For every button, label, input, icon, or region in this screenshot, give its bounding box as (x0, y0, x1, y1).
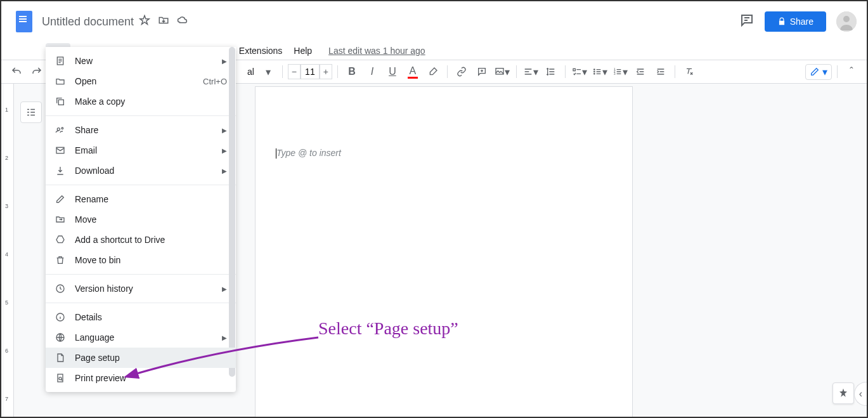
font-size-control: − + (288, 64, 332, 79)
increase-indent-button[interactable] (652, 63, 670, 81)
page-content[interactable]: Type @ to insert (256, 87, 632, 179)
svg-rect-11 (58, 100, 63, 105)
title-area: Untitled document (42, 15, 188, 29)
menu-item-language[interactable]: Language ▶ (46, 327, 236, 348)
add-comment-button[interactable] (473, 63, 491, 81)
move-to-folder-icon[interactable] (158, 15, 169, 29)
align-button[interactable]: ▾ (522, 63, 540, 81)
lock-icon (777, 17, 786, 26)
bold-button[interactable]: B (343, 63, 361, 81)
undo-button[interactable] (8, 63, 25, 81)
menu-item-share[interactable]: Share ▶ (46, 120, 236, 140)
submenu-arrow-icon: ▶ (222, 167, 227, 174)
menu-item-new[interactable]: New ▶ (46, 51, 236, 71)
folder-open-icon (55, 75, 66, 87)
menu-item-rename[interactable]: Rename (46, 189, 236, 209)
svg-point-5 (594, 71, 595, 72)
checklist-button[interactable]: ▾ (571, 63, 588, 81)
text-color-button[interactable]: A (404, 63, 422, 81)
submenu-arrow-icon: ▶ (222, 285, 227, 292)
file-menu-dropdown: New ▶ Open Ctrl+O Make a copy Share ▶ Em… (46, 47, 236, 392)
bulleted-list-button[interactable]: ▾ (591, 63, 609, 81)
menu-item-page-setup[interactable]: Page setup (46, 348, 236, 368)
menu-item-move-to-bin[interactable]: Move to bin (46, 250, 236, 270)
underline-button[interactable]: U (384, 63, 401, 81)
copy-icon (55, 96, 66, 107)
last-edit-link[interactable]: Last edit was 1 hour ago (328, 46, 425, 56)
explore-button[interactable] (832, 382, 854, 404)
share-label: Share (790, 16, 813, 27)
menu-item-print-preview[interactable]: Print preview (46, 368, 236, 388)
menu-item-open[interactable]: Open Ctrl+O (46, 71, 236, 91)
show-outline-button[interactable] (20, 101, 42, 123)
editing-mode-dropdown[interactable]: ▾ (805, 64, 832, 80)
vertical-ruler[interactable]: 12345678 (4, 84, 14, 417)
document-icon (55, 55, 66, 67)
menu-item-details[interactable]: Details (46, 307, 236, 327)
svg-point-12 (57, 128, 60, 131)
history-icon (55, 283, 66, 294)
move-folder-icon (55, 214, 66, 225)
redo-button[interactable] (28, 63, 46, 81)
collapse-toolbar-button[interactable]: ˆ (843, 63, 860, 81)
svg-rect-3 (573, 69, 575, 70)
decrease-indent-button[interactable] (632, 63, 649, 81)
download-icon (55, 165, 66, 176)
highlight-button[interactable] (424, 63, 442, 81)
submenu-arrow-icon: ▶ (222, 127, 227, 134)
font-size-increase[interactable]: + (320, 64, 332, 79)
menu-item-move[interactable]: Move (46, 209, 236, 230)
star-icon[interactable] (139, 15, 150, 29)
svg-point-6 (594, 74, 595, 74)
menu-item-make-copy[interactable]: Make a copy (46, 91, 236, 112)
line-spacing-button[interactable] (542, 63, 560, 81)
docs-logo[interactable] (11, 9, 37, 34)
svg-point-1 (843, 16, 850, 22)
font-size-input[interactable] (301, 64, 320, 79)
show-side-panel-button[interactable]: ‹ (854, 382, 867, 406)
drive-shortcut-icon (55, 234, 66, 245)
menu-item-add-shortcut[interactable]: Add a shortcut to Drive (46, 230, 236, 250)
numbered-list-button[interactable]: 123▾ (611, 63, 629, 81)
placeholder-text: Type @ to insert (276, 148, 341, 158)
header: Untitled document Share (1, 1, 867, 42)
email-icon (55, 145, 66, 156)
document-page[interactable]: Type @ to insert (255, 86, 633, 417)
menu-item-email[interactable]: Email ▶ (46, 140, 236, 160)
print-preview-icon (55, 372, 66, 384)
share-icon (55, 124, 66, 136)
font-size-decrease[interactable]: − (288, 64, 301, 79)
cloud-status-icon[interactable] (177, 15, 188, 29)
submenu-arrow-icon: ▶ (222, 334, 227, 341)
submenu-arrow-icon: ▶ (222, 147, 227, 154)
share-button[interactable]: Share (765, 11, 826, 32)
svg-point-13 (62, 127, 63, 129)
menu-extensions[interactable]: Extensions (234, 43, 287, 58)
info-icon (55, 311, 66, 323)
menu-item-download[interactable]: Download ▶ (46, 160, 236, 181)
annotation-text: Select “Page setup” (318, 318, 458, 339)
document-title[interactable]: Untitled document (42, 15, 134, 29)
rename-icon (55, 193, 66, 205)
menu-item-version-history[interactable]: Version history ▶ (46, 278, 236, 299)
globe-icon (55, 332, 66, 343)
clear-formatting-button[interactable] (680, 63, 698, 81)
insert-link-button[interactable] (453, 63, 470, 81)
account-avatar[interactable] (836, 11, 857, 32)
italic-button[interactable]: I (363, 63, 381, 81)
trash-icon (55, 254, 66, 266)
submenu-arrow-icon: ▶ (222, 58, 227, 65)
shortcut-label: Ctrl+O (203, 77, 227, 86)
svg-point-4 (594, 69, 595, 70)
pencil-icon (810, 67, 820, 77)
page-setup-icon (55, 352, 66, 363)
comments-icon[interactable] (739, 13, 755, 30)
svg-text:3: 3 (614, 72, 616, 75)
menu-help[interactable]: Help (288, 43, 317, 58)
font-dropdown-arrow[interactable]: ▾ (259, 63, 277, 81)
insert-image-button[interactable]: ▾ (493, 63, 511, 81)
